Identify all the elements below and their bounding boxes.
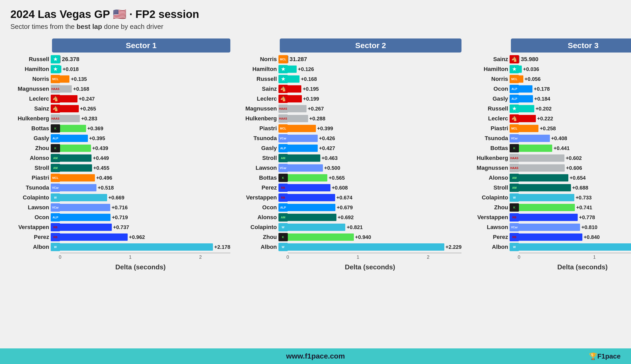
driver-name: Sainz [10, 105, 51, 112]
bar-container: +0.267 [288, 105, 462, 112]
bar [288, 184, 330, 191]
delta-label: +0.741 [576, 205, 592, 211]
driver-name: Albon [469, 244, 510, 250]
table-row: Hamilton★+0.018 [10, 64, 230, 74]
bar [60, 56, 61, 63]
table-row: OconALP+0.178 [469, 84, 631, 94]
bar-container: +0.606 [519, 164, 631, 172]
team-badge: HAAS [278, 105, 288, 113]
team-badge: RB [510, 233, 519, 241]
delta-label: +0.496 [96, 175, 112, 181]
driver-name: Stroll [238, 155, 278, 161]
team-badge: 🐴 [278, 95, 288, 103]
bar [60, 214, 110, 221]
team-badge: HAAS [510, 154, 519, 162]
team-badge: W [51, 243, 60, 251]
bar-container: +0.500 [288, 164, 462, 172]
driver-name: Russell [469, 105, 510, 112]
bar [519, 194, 574, 201]
bar [60, 233, 128, 241]
bar-container: +0.369 [60, 125, 230, 132]
bar [60, 184, 96, 191]
bar [519, 243, 631, 251]
driver-name: Colapinto [469, 194, 510, 201]
driver-name: Bottas [238, 174, 278, 181]
delta-label: +0.184 [534, 96, 550, 102]
team-badge: K [278, 233, 288, 241]
table-row: PerezRB+0.608 [238, 183, 462, 192]
delta-label: +0.135 [71, 76, 87, 82]
bar-container: +0.741 [519, 204, 631, 211]
sector3-header: Sector 3 [511, 38, 631, 53]
delta-label: +2.229 [446, 244, 462, 250]
x-axis-label-s3: Delta (seconds) [510, 263, 631, 271]
team-badge: W [278, 223, 288, 231]
bar [519, 224, 580, 231]
driver-name: Hulkenberg [10, 115, 51, 122]
bar [60, 66, 61, 73]
bar [60, 154, 92, 162]
team-badge: MCL [51, 174, 60, 182]
team-badge: MCL [278, 55, 288, 63]
bar [519, 95, 533, 102]
team-badge: RB [51, 233, 60, 241]
bar-container: +0.135 [60, 75, 230, 83]
team-badge: VCar [51, 184, 60, 192]
bar [519, 233, 582, 241]
driver-name: Bottas [10, 125, 51, 132]
bar-container: +0.427 [288, 145, 462, 152]
delta-label: 35.980 [521, 56, 538, 63]
delta-label: 31.287 [290, 56, 307, 63]
table-row: Sainz🐴+0.195 [238, 84, 462, 94]
driver-name: Alonso [469, 174, 510, 181]
driver-name: Magnussen [238, 105, 278, 112]
table-row: PiastriMCL+0.399 [238, 124, 462, 133]
table-row: AlonsoAM+0.692 [238, 213, 462, 222]
delta-label: +0.810 [581, 224, 597, 230]
delta-label: +0.222 [537, 116, 553, 122]
table-row: Russell★+0.202 [469, 104, 631, 113]
table-row: Leclerc🐴+0.222 [469, 114, 631, 123]
driver-name: Hulkenberg [238, 115, 278, 122]
table-row: ZhouK+0.741 [469, 203, 631, 212]
delta-label: +0.439 [92, 145, 108, 151]
table-row: Sainz🐴+0.265 [10, 104, 230, 113]
delta-label: +0.518 [98, 185, 114, 191]
team-badge: AM [278, 154, 288, 162]
table-row: AlonsoAM+0.654 [469, 173, 631, 183]
driver-name: Norris [469, 76, 510, 82]
table-row: ZhouK+0.940 [238, 232, 462, 242]
driver-name: Hulkenberg [469, 155, 510, 161]
bar-container: +0.441 [519, 145, 631, 152]
bar-container: +0.496 [60, 174, 230, 181]
bar-container: +0.654 [519, 174, 631, 181]
bar-container: +0.962 [60, 233, 230, 241]
team-badge: 🐴 [51, 105, 60, 113]
driver-name: Perez [238, 184, 278, 191]
bar [288, 56, 288, 63]
sector1-block: Sector 1 Russell★26.378Hamilton★+0.018No… [10, 38, 230, 271]
driver-name: Russell [238, 76, 278, 82]
footer: www.f1pace.com 🏆F1pace [0, 348, 631, 364]
table-row: StrollAM+0.463 [238, 153, 462, 163]
team-badge: MCL [51, 75, 60, 83]
table-row: AlonsoAM+0.449 [10, 153, 230, 163]
driver-name: Verstappen [469, 214, 510, 221]
table-row: MagnussenHAAS+0.267 [238, 104, 462, 113]
team-badge: VCar [51, 203, 60, 212]
bar-container: +0.265 [60, 105, 230, 112]
table-row: NorrisMCL+0.056 [469, 74, 631, 84]
team-badge: 🐴 [510, 55, 519, 63]
subtitle: Sector times from the best lap done by e… [10, 23, 621, 31]
bar-container: +0.056 [519, 75, 631, 83]
table-row: BottasK+0.369 [10, 124, 230, 133]
sector2-chart: NorrisMCL31.287Hamilton★+0.126Russell★+0… [238, 55, 462, 252]
driver-name: Tsunoda [238, 135, 278, 142]
team-badge: MCL [278, 124, 288, 133]
table-row: ColapintoW+0.669 [10, 193, 230, 202]
bar-container: +0.669 [60, 194, 230, 201]
driver-name: Piastri [10, 174, 51, 181]
team-badge: VCar [510, 223, 519, 231]
table-row: LawsonVCar+0.810 [469, 223, 631, 232]
delta-label: +0.369 [87, 126, 103, 132]
